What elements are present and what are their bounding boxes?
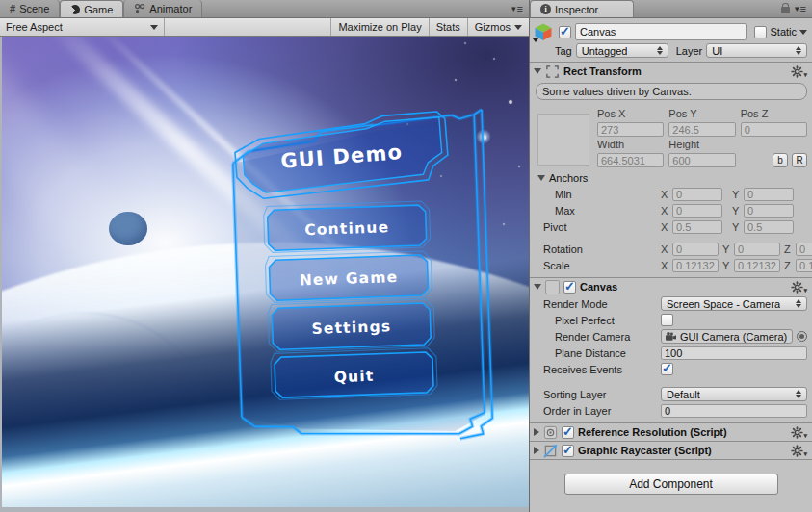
receives-events-checkbox[interactable] [661, 363, 673, 375]
pacman-icon [70, 5, 80, 14]
pixel-perfect-checkbox[interactable] [661, 314, 673, 326]
tab-scene[interactable]: # Scene [0, 0, 60, 17]
render-mode-dropdown[interactable]: Screen Space - Camera [661, 296, 807, 311]
blueprint-mode-button[interactable]: b [773, 153, 788, 167]
static-label: Static [770, 26, 797, 38]
render-mode-value: Screen Space - Camera [667, 298, 780, 310]
game-render-area: GUI Demo Continue New Game [2, 37, 529, 507]
component-enabled-checkbox[interactable] [562, 426, 574, 439]
aspect-label: Free Aspect [6, 21, 63, 33]
grid-icon: # [10, 3, 15, 14]
tab-animator[interactable]: Animator [123, 0, 202, 17]
object-picker-icon[interactable] [797, 331, 807, 342]
gameobject-cube-icon[interactable] [534, 22, 555, 41]
component-menu[interactable]: ▾ [791, 281, 807, 294]
canvas-component-header[interactable]: Canvas ▾ [530, 278, 812, 295]
sorting-layer-value: Default [667, 389, 700, 400]
x-axis-label: X [661, 221, 668, 233]
menu-button-label: Continue [304, 218, 390, 239]
plane-distance-label: Plane Distance [543, 347, 657, 359]
updown-arrows-icon [791, 390, 801, 398]
graphic-raycaster-icon [543, 444, 558, 458]
receives-events-row: Receives Events [530, 361, 812, 377]
unity-editor-window: # Scene Game Animator ▾≡ Free Aspect [0, 0, 812, 512]
plane-distance-field[interactable]: 100 [661, 346, 807, 360]
anchors-min-row: Min X 0 Y 0 [530, 186, 812, 202]
component-menu[interactable]: ▾ [791, 445, 807, 457]
game-pane-menu-button[interactable]: ▾≡ [511, 0, 529, 17]
static-toggle[interactable]: Static [754, 26, 807, 38]
moon-silhouette [109, 212, 147, 245]
static-dropdown-arrow[interactable] [799, 30, 807, 35]
foldout-arrow-icon[interactable] [534, 447, 539, 454]
maximize-label: Maximize on Play [338, 21, 421, 33]
gameobject-name-field[interactable] [575, 23, 747, 40]
height-field[interactable]: 600 [668, 153, 735, 167]
foldout-arrow-icon[interactable] [534, 428, 539, 436]
stars [2, 37, 4, 38]
tag-dropdown[interactable]: Untagged [576, 43, 668, 58]
menu-lines-icon[interactable]: ≡ [800, 5, 806, 13]
static-checkbox[interactable] [754, 26, 767, 38]
order-in-layer-field[interactable]: 0 [661, 404, 807, 418]
gear-icon [791, 281, 803, 294]
scale-x-field[interactable]: 0.12132 [672, 259, 719, 272]
scale-z-field[interactable]: 0.12132 [796, 259, 812, 272]
pivot-x-field[interactable]: 0.5 [672, 220, 722, 234]
add-component-button[interactable]: Add Component [564, 474, 778, 495]
anchor-preview-box[interactable] [537, 114, 589, 166]
max-y-field[interactable]: 0 [744, 204, 794, 218]
lock-icon[interactable] [781, 7, 790, 13]
order-in-layer-row: Order in Layer 0 [530, 402, 812, 419]
component-menu[interactable]: ▾ [791, 65, 807, 78]
anchors-foldout[interactable]: Anchors [530, 169, 812, 186]
layer-dropdown[interactable]: UI [706, 43, 807, 58]
gameobject-header: Static [530, 21, 812, 42]
sorting-layer-dropdown[interactable]: Default [661, 387, 807, 401]
reference-resolution-icon [543, 425, 558, 440]
canvas-enabled-checkbox[interactable] [563, 281, 576, 294]
dropdown-arrow-icon: ▾ [511, 4, 516, 13]
y-axis-label: Y [732, 189, 740, 200]
anchors-max-row: Max X 0 Y 0 [530, 202, 812, 218]
stats-button[interactable]: Stats [429, 18, 467, 36]
graphic-raycaster-header[interactable]: Graphic Raycaster (Script) ▾ [530, 442, 812, 459]
render-camera-object-field[interactable]: GUI Camera (Camera) [661, 329, 793, 344]
pos-x-field[interactable]: 273 [597, 122, 664, 137]
foldout-arrow-icon[interactable] [534, 284, 541, 290]
pos-z-field[interactable]: 0 [741, 122, 807, 137]
dropdown-arrow-icon[interactable]: ▾ [795, 4, 799, 13]
maximize-on-play-button[interactable]: Maximize on Play [330, 18, 428, 36]
raw-edit-mode-button[interactable]: R [792, 153, 807, 167]
tag-label: Tag [555, 45, 572, 57]
rotation-row: Rotation X 0 Y 0 Z 0 [530, 241, 812, 257]
scale-y-field[interactable]: 0.12132 [734, 259, 780, 272]
component-enabled-checkbox[interactable] [562, 445, 574, 457]
reference-resolution-header[interactable]: Reference Resolution (Script) ▾ [530, 423, 812, 441]
sci-fi-menu: GUI Demo Continue New Game [226, 104, 508, 450]
tab-game[interactable]: Game [60, 0, 123, 17]
max-x-field[interactable]: 0 [672, 204, 722, 218]
gizmos-dropdown[interactable]: Gizmos [467, 18, 529, 36]
min-x-field[interactable]: 0 [672, 188, 722, 201]
rotation-x-field[interactable]: 0 [672, 243, 719, 256]
rect-transform-header[interactable]: Rect Transform ▾ [530, 63, 812, 80]
rotation-z-field[interactable]: 0 [796, 243, 812, 256]
y-axis-label: Y [732, 221, 740, 233]
foldout-arrow-icon[interactable] [534, 68, 541, 74]
min-y-field[interactable]: 0 [744, 188, 794, 201]
sorting-layer-label: Sorting Layer [543, 389, 657, 400]
tab-inspector[interactable]: i Inspector [530, 0, 634, 17]
rotation-y-field[interactable]: 0 [734, 243, 780, 256]
active-checkbox[interactable] [559, 26, 571, 38]
foldout-arrow-icon[interactable] [537, 175, 545, 181]
pos-y-field[interactable]: 246.5 [668, 122, 735, 137]
z-axis-label: Z [784, 243, 792, 255]
receives-events-label: Receives Events [543, 364, 657, 375]
component-menu[interactable]: ▾ [791, 426, 807, 439]
pivot-y-field[interactable]: 0.5 [744, 220, 794, 234]
aspect-dropdown[interactable]: Free Aspect [0, 18, 165, 36]
width-field[interactable]: 664.5031 [597, 153, 664, 167]
gear-dropdown-arrow: ▾ [803, 450, 807, 457]
x-axis-label: X [661, 243, 668, 255]
